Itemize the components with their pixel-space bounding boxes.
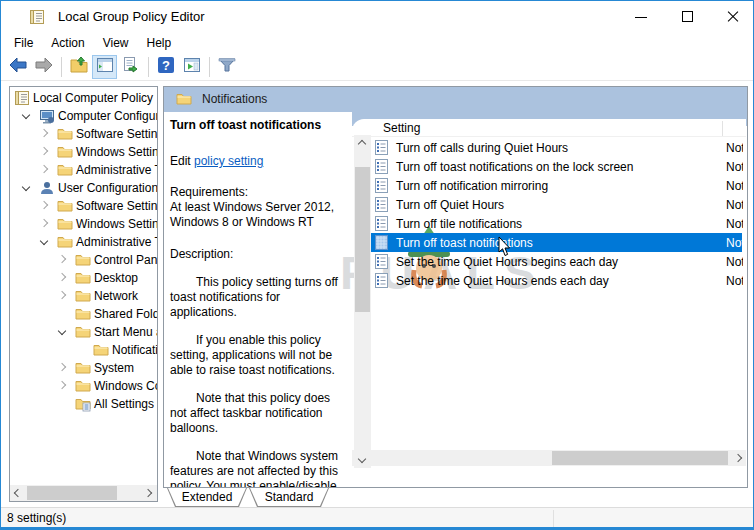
chevron-down-icon[interactable] [22, 183, 30, 191]
up-one-level-button[interactable] [66, 55, 91, 79]
chevron-down-icon[interactable] [58, 327, 66, 335]
chevron-right-icon[interactable] [40, 201, 48, 209]
show-console-tree-button[interactable] [92, 55, 117, 79]
description-paragraph: Note that Windows system features are no… [170, 449, 346, 487]
back-button[interactable] [5, 55, 30, 79]
tree-item-shared-folders[interactable]: Shared Folders [10, 305, 157, 323]
scrollbar-thumb[interactable] [552, 451, 728, 465]
description-paragraph: This policy setting turns off toast noti… [170, 275, 346, 320]
chevron-down-icon[interactable] [22, 111, 30, 119]
pane-header-title: Notifications [202, 92, 267, 106]
setting-row-turn-off-calls-during-quiet-hours[interactable]: Turn off calls during Quiet HoursNot con… [352, 138, 746, 157]
tree-item-computer-configuration[interactable]: Computer Configuration [10, 107, 157, 125]
menu-action[interactable]: Action [42, 34, 93, 52]
setting-state: Not configured [726, 160, 743, 174]
menu-bar: FileActionViewHelp [1, 32, 753, 54]
tree-item-administrative-templates[interactable]: Administrative Templates [10, 233, 157, 251]
tree-item-software-settings[interactable]: Software Settings [10, 125, 157, 143]
chevron-right-icon[interactable] [40, 129, 48, 137]
toolbar-separator [61, 57, 62, 77]
help-icon: ? [156, 55, 176, 79]
scroll-right-icon [144, 489, 152, 497]
chevron-right-icon[interactable] [40, 165, 48, 173]
folder-icon [176, 91, 192, 107]
setting-row-set-the-time-quiet-hours-begins-each-day[interactable]: Set the time Quiet Hours begins each day… [352, 252, 746, 271]
tree-item-system[interactable]: System [10, 359, 157, 377]
tree-item-control-panel[interactable]: Control Panel [10, 251, 157, 269]
tree-item-label: Windows Settings [76, 145, 157, 159]
minimize-icon [635, 17, 647, 18]
tree-item-label: Local Computer Policy [33, 91, 153, 105]
close-button[interactable] [715, 3, 749, 29]
policy-setting-icon [375, 216, 388, 231]
menu-help[interactable]: Help [138, 34, 181, 52]
menu-view[interactable]: View [94, 34, 138, 52]
chevron-right-icon[interactable] [58, 273, 66, 281]
filter-icon [217, 55, 237, 79]
chevron-right-icon[interactable] [40, 147, 48, 155]
tree-item-notifications[interactable]: Notifications [10, 341, 157, 359]
setting-state: Not configured [726, 179, 743, 193]
status-text: 8 setting(s) [7, 511, 66, 525]
tree-item-windows-settings[interactable]: Windows Settings [10, 215, 157, 233]
tab-extended[interactable]: Extended [167, 488, 247, 507]
list-horizontal-scrollbar[interactable] [352, 450, 746, 466]
computer-icon [39, 108, 55, 124]
tab-standard[interactable]: Standard [249, 488, 329, 507]
policy-setting-icon [375, 273, 388, 288]
forward-button[interactable] [31, 55, 56, 79]
toolbar-separator [209, 57, 210, 77]
tree-item-all-settings[interactable]: All Settings [10, 395, 157, 413]
tree-item-user-configuration[interactable]: User Configuration [10, 179, 157, 197]
tree-item-windows-components[interactable]: Windows Components [10, 377, 157, 395]
show-window-button[interactable] [179, 55, 204, 79]
tree-item-administrative-templates[interactable]: Administrative Templates [10, 161, 157, 179]
setting-row-set-the-time-quiet-hours-ends-each-day[interactable]: Set the time Quiet Hours ends each dayNo… [352, 271, 746, 290]
setting-row-turn-off-toast-notifications-on-the-lock-screen[interactable]: Turn off toast notifications on the lock… [352, 157, 746, 176]
maximize-button[interactable] [671, 3, 705, 29]
description-vertical-scrollbar[interactable] [354, 135, 371, 468]
folder-icon [57, 216, 73, 232]
tree-item-windows-settings[interactable]: Windows Settings [10, 143, 157, 161]
console-tree-icon [95, 55, 115, 79]
tree-item-start-menu-and-taskbar[interactable]: Start Menu and Taskbar [10, 323, 157, 341]
console-tree-panel: Local Computer PolicyComputer Configurat… [9, 86, 158, 502]
tree-item-local-computer-policy[interactable]: Local Computer Policy [10, 89, 157, 107]
setting-row-turn-off-quiet-hours[interactable]: Turn off Quiet HoursNot configured [352, 195, 746, 214]
setting-row-turn-off-notification-mirroring[interactable]: Turn off notification mirroringNot confi… [352, 176, 746, 195]
tree-item-label: Shared Folders [94, 307, 157, 321]
chevron-right-icon[interactable] [40, 219, 48, 227]
menu-file[interactable]: File [5, 34, 42, 52]
filter-button[interactable] [214, 55, 239, 79]
setting-row-turn-off-tile-notifications[interactable]: Turn off tile notificationsNot configure… [352, 214, 746, 233]
chevron-right-icon[interactable] [58, 255, 66, 263]
setting-row-turn-off-toast-notifications[interactable]: Turn off toast notificationsNot configur… [352, 233, 746, 252]
forward-arrow-icon [34, 55, 54, 79]
window-bottom-edge [1, 527, 753, 529]
chevron-down-icon[interactable] [40, 237, 48, 245]
status-separator [553, 510, 554, 527]
tree-item-desktop[interactable]: Desktop [10, 269, 157, 287]
chevron-right-icon[interactable] [58, 381, 66, 389]
console-icon [14, 90, 30, 106]
policy-setting-icon [375, 197, 388, 212]
description-label: Description: [170, 247, 346, 262]
policy-title: Turn off toast notifications [170, 118, 346, 133]
export-list-button[interactable] [118, 55, 143, 79]
folder-icon [75, 306, 91, 322]
chevron-right-icon[interactable] [58, 291, 66, 299]
edit-policy-setting-link[interactable]: policy setting [194, 154, 263, 168]
tree-item-network[interactable]: Network [10, 287, 157, 305]
list-column-header[interactable]: Setting [352, 119, 746, 137]
new-window-icon [182, 55, 202, 79]
tree-horizontal-scrollbar[interactable] [10, 485, 157, 501]
setting-column-label: Setting [383, 121, 420, 135]
column-divider[interactable] [722, 121, 723, 136]
requirements-label: Requirements: [170, 185, 346, 200]
minimize-button[interactable] [624, 3, 658, 29]
help-button[interactable]: ? [153, 55, 178, 79]
scrollbar-thumb[interactable] [27, 486, 117, 500]
chevron-right-icon[interactable] [58, 363, 66, 371]
folder-icon [75, 252, 91, 268]
tree-item-software-settings[interactable]: Software Settings [10, 197, 157, 215]
